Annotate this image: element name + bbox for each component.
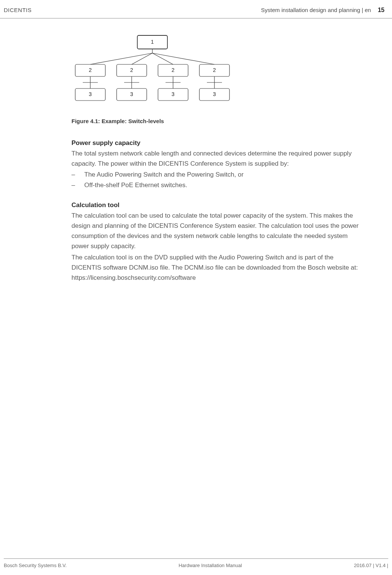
footer-version: 2016.07 | V1.4 | bbox=[354, 563, 388, 568]
heading-power-supply: Power supply capacity bbox=[71, 139, 377, 147]
diagram-node-3b: 3 bbox=[130, 91, 133, 97]
header-section-title: System installation design and planning … bbox=[261, 7, 371, 13]
diagram-node-2d: 2 bbox=[213, 67, 216, 73]
diagram-node-3c: 3 bbox=[172, 91, 175, 97]
bullet-text: Off-the-shelf PoE Ethernet switches. bbox=[84, 180, 187, 190]
diagram-node-2b: 2 bbox=[130, 67, 133, 73]
para-power-supply: The total system network cable length an… bbox=[71, 148, 362, 169]
list-item: –The Audio Powering Switch and the Power… bbox=[71, 169, 377, 180]
para-calc-2: The calculation tool is on the DVD suppl… bbox=[71, 252, 362, 283]
header-page-number: 15 bbox=[378, 7, 384, 14]
diagram-svg: 1 2 2 2 2 3 bbox=[71, 34, 241, 113]
bullet-text: The Audio Powering Switch and the Poweri… bbox=[84, 169, 243, 180]
header-right-group: System installation design and planning … bbox=[261, 7, 384, 14]
diagram-node-2a: 2 bbox=[89, 67, 92, 73]
page-content: 1 2 2 2 2 3 bbox=[0, 18, 392, 283]
figure-caption: Figure 4.1: Example: Switch-levels bbox=[71, 118, 377, 124]
para-calc-1: The calculation tool can be used to calc… bbox=[71, 210, 362, 252]
page-header: DICENTIS System installation design and … bbox=[0, 0, 392, 18]
figure-switch-levels: 1 2 2 2 2 3 bbox=[71, 34, 377, 114]
page-footer: Bosch Security Systems B.V. Hardware Ins… bbox=[4, 558, 388, 568]
list-item: –Off-the-shelf PoE Ethernet switches. bbox=[71, 180, 377, 190]
diagram-node-2c: 2 bbox=[172, 67, 175, 73]
diagram-node-3a: 3 bbox=[89, 91, 92, 97]
header-product: DICENTIS bbox=[4, 7, 32, 13]
diagram-node-1: 1 bbox=[151, 39, 154, 45]
diagram-node-3d: 3 bbox=[213, 91, 216, 97]
footer-company: Bosch Security Systems B.V. bbox=[4, 563, 67, 568]
footer-doc-title: Hardware Installation Manual bbox=[179, 563, 242, 568]
power-supply-list: –The Audio Powering Switch and the Power… bbox=[71, 169, 377, 190]
heading-calculation-tool: Calculation tool bbox=[71, 201, 377, 209]
